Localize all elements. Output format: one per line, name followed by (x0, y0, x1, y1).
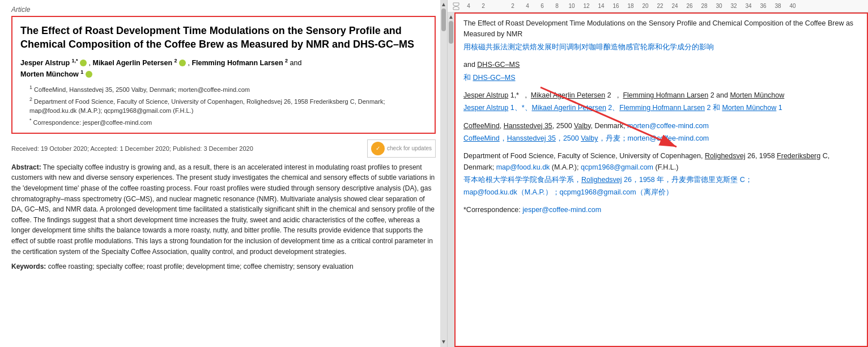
dept-email1-zh[interactable]: map@food.ku.dk (463, 188, 517, 196)
dept-email1-en[interactable]: map@food.ku.dk (496, 163, 550, 171)
left-content: Article The Effect of Roast Development … (0, 0, 447, 347)
dhs-en-underline: DHS-GC–MS (477, 61, 520, 69)
correspondence-en: *Correspondence: jesper@coffee-mind.com (463, 205, 859, 215)
authors-en: Jesper Alstrup 1,* , Mikael Agerlin Pete… (463, 90, 859, 101)
correspondence: * Correspondence: jesper@coffee-mind.com (20, 117, 427, 126)
author-larsen-zh: Flemming Hofmann Larsen (619, 104, 705, 112)
ruler-22: 22 (653, 3, 667, 9)
ruler-2-left: 2 (476, 3, 491, 9)
dept-zh2: map@food.ku.dk（M.A.P.）；qcpmg1968@gmail.c… (463, 187, 859, 198)
title-translation-block: The Effect of Roast Development Time Mod… (463, 18, 859, 53)
author-munchow: Morten Münchow 1 (20, 70, 83, 78)
dept-zh: 哥本哈根大学科学学院食品科学系，Rolighedsvej 26，1958 年，丹… (463, 175, 859, 185)
ruler-10: 10 (564, 3, 579, 9)
ruler-content: 4 2 2 4 6 8 10 12 14 16 18 20 22 24 26 2… (452, 2, 800, 10)
author-munchow-en: Morten Münchow (730, 91, 784, 99)
ruler-18: 18 (623, 3, 638, 9)
author-larsen: Flemming Hofmann Larsen 2 (192, 59, 288, 67)
orcid-icon-petersen (179, 60, 186, 66)
author-larsen-en: Flemming Hofmann Larsen (623, 91, 708, 99)
dhs-zh: 和 DHS-GC–MS (463, 73, 859, 83)
coffeemind-name-zh: CoffeeMind (463, 134, 500, 142)
abstract-label: Abstract: (11, 163, 41, 171)
author-munchow-zh: Morten Münchow (722, 104, 776, 112)
dept-email2-en[interactable]: qcpm1968@gmail.com (581, 163, 653, 171)
coffeemind-zh: CoffeeMind，Hansstedvej 35，2500 Valby，丹麦；… (463, 133, 859, 144)
keywords-label: Keywords: (11, 263, 46, 270)
correspondence-block: *Correspondence: jesper@coffee-mind.com (463, 205, 859, 215)
author-alstrup-en: Jesper Alstrup (463, 91, 508, 99)
author-petersen-en: Mikael Agerlin Petersen (531, 91, 605, 99)
coffeemind-email-en[interactable]: morten@coffee-mind.com (627, 122, 709, 130)
ruler-4-left: 4 (461, 3, 476, 9)
coffeemind-email-zh[interactable]: morten@coffee-mind.com (628, 134, 709, 142)
ruler-32: 32 (726, 3, 741, 9)
authors-translation-block: Jesper Alstrup 1,* , Mikael Agerlin Pete… (463, 90, 859, 114)
left-panel: Article The Effect of Roast Development … (0, 0, 448, 347)
right-content-wrapper: The Effect of Roast Development Time Mod… (454, 12, 868, 347)
article-title: The Effect of Roast Development Time Mod… (20, 24, 427, 52)
dept-translation-block: Department of Food Science, Faculty of S… (463, 151, 859, 198)
ruler-4: 4 (520, 3, 535, 9)
dhs-translation-block: and DHS-GC–MS 和 DHS-GC–MS (463, 60, 859, 83)
ruler-6: 6 (535, 3, 550, 9)
abstract-section: Abstract: The specialty coffee industry … (11, 162, 436, 257)
dept-email2-zh[interactable]: qcpmg1968@gmail.com (560, 188, 636, 196)
keywords-section: Keywords: coffee roasting; specialty cof… (11, 261, 436, 272)
ruler-16: 16 (609, 3, 623, 9)
left-scrollbar[interactable]: ▲ ▼ (440, 0, 447, 347)
ruler-26: 26 (682, 3, 697, 9)
ruler-34: 34 (741, 3, 756, 9)
abstract-text: The specialty coffee industry is growing… (11, 163, 435, 256)
coffeemind-en: CoffeeMind, Hansstedvej 35, 2500 Valby, … (463, 121, 859, 132)
author-petersen-zh: Mikael Agerlin Petersen (532, 104, 606, 112)
ruler-14: 14 (594, 3, 609, 9)
ruler-2: 2 (505, 3, 520, 9)
coffeemind-address-en: Hansstedvej 35 (504, 122, 552, 130)
right-scrollbar[interactable]: ▲ (448, 12, 454, 347)
ruler-24: 24 (667, 3, 682, 9)
dhs-en: and DHS-GC–MS (463, 60, 859, 70)
affiliations: 1 CoffeeMind, Hansstedvej 35, 2500 Valby… (20, 84, 427, 115)
coffeemind-name-en: CoffeeMind (463, 122, 500, 130)
ruler-20: 20 (638, 3, 653, 9)
article-box: The Effect of Roast Development Time Mod… (11, 16, 436, 134)
check-updates-icon: ✓ (371, 142, 385, 155)
ruler-8: 8 (550, 3, 564, 9)
title-zh: 用核磁共振法测定烘焙发展时间调制对咖啡酿造物感官轮廓和化学成分的影响 (463, 42, 859, 53)
right-scroll-up[interactable]: ▲ (448, 14, 454, 20)
authors-zh: Jesper Alstrup 1、*、Mikael Agerlin Peters… (463, 103, 859, 113)
dhs-zh-underline: DHS-GC–MS (473, 74, 515, 82)
check-updates-badge: ✓ check for updates (367, 139, 436, 158)
correspondence-email[interactable]: jesper@coffee-mind.com (522, 206, 601, 214)
scroll-down-arrow[interactable]: ▼ (441, 338, 446, 345)
ruler-38: 38 (771, 3, 785, 9)
ruler-12: 12 (579, 3, 594, 9)
dates-text: Received: 19 October 2020; Accepted: 1 D… (11, 145, 253, 152)
ruler: 4 2 2 4 6 8 10 12 14 16 18 20 22 24 26 2… (448, 0, 868, 12)
hourglass-icon (452, 2, 460, 10)
coffeemind-address-zh: Hansstedvej 35 (507, 134, 556, 142)
coffeemind-city-zh: Valby (581, 134, 598, 142)
affiliation-2: 2 Department of Food Science, Faculty of… (29, 96, 427, 116)
affiliation-1: 1 CoffeeMind, Hansstedvej 35, 2500 Valby… (29, 84, 427, 94)
scroll-thumb[interactable] (441, 9, 446, 31)
check-updates-label: check for updates (387, 145, 432, 151)
right-content: The Effect of Roast Development Time Mod… (456, 14, 867, 346)
keywords-text: coffee roasting; specialty coffee; roast… (48, 263, 354, 270)
authors: Jesper Alstrup 1,* , Mikael Agerlin Pete… (20, 57, 427, 80)
coffeemind-translation-block: CoffeeMind, Hansstedvej 35, 2500 Valby, … (463, 121, 859, 145)
dates-row: Received: 19 October 2020; Accepted: 1 D… (11, 139, 436, 158)
orcid-icon-munchow (86, 71, 92, 78)
ruler-36: 36 (756, 3, 771, 9)
ruler-40: 40 (785, 3, 800, 9)
dept-address-zh: Rolighedsvej (581, 176, 622, 184)
orcid-icon-alstrup (80, 60, 87, 66)
author-petersen: Mikael Agerlin Petersen 2 (92, 59, 177, 67)
right-scroll-thumb[interactable] (449, 21, 453, 44)
dept-address-en: Rolighedsvej (705, 152, 746, 160)
scroll-up-arrow[interactable]: ▲ (441, 1, 446, 7)
coffeemind-city-en: Valby (574, 122, 590, 130)
right-panel: 4 2 2 4 6 8 10 12 14 16 18 20 22 24 26 2… (448, 0, 868, 347)
dept-city-en: Frederiksberg (777, 152, 820, 160)
